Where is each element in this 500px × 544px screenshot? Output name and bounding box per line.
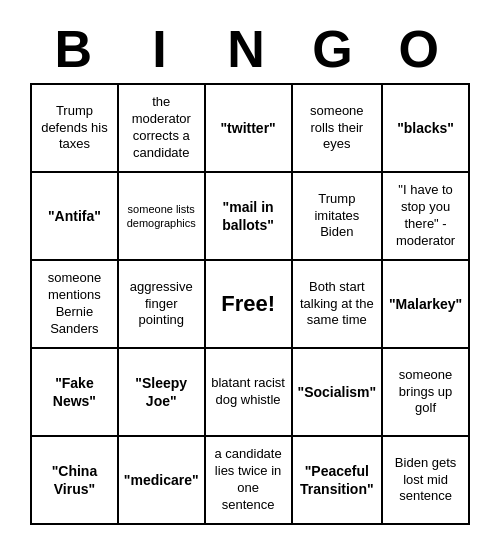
- bingo-cell-11[interactable]: aggressive finger pointing: [119, 261, 206, 349]
- bingo-cell-3[interactable]: someone rolls their eyes: [293, 85, 384, 173]
- bingo-title: B I N G O: [30, 19, 470, 79]
- title-b: B: [37, 19, 117, 79]
- bingo-cell-16[interactable]: "Sleepy Joe": [119, 349, 206, 437]
- bingo-cell-19[interactable]: someone brings up golf: [383, 349, 470, 437]
- bingo-cell-22[interactable]: a candidate lies twice in one sentence: [206, 437, 293, 525]
- bingo-cell-0[interactable]: Trump defends his taxes: [32, 85, 119, 173]
- bingo-cell-5[interactable]: "Antifa": [32, 173, 119, 261]
- bingo-cell-13[interactable]: Both start talking at the same time: [293, 261, 384, 349]
- title-o: O: [383, 19, 463, 79]
- bingo-cell-1[interactable]: the moderator corrects a candidate: [119, 85, 206, 173]
- title-i: I: [124, 19, 204, 79]
- bingo-cell-18[interactable]: "Socialism": [293, 349, 384, 437]
- bingo-cell-10[interactable]: someone mentions Bernie Sanders: [32, 261, 119, 349]
- title-n: N: [210, 19, 290, 79]
- bingo-cell-23[interactable]: "Peaceful Transition": [293, 437, 384, 525]
- bingo-cell-20[interactable]: "China Virus": [32, 437, 119, 525]
- bingo-cell-7[interactable]: "mail in ballots": [206, 173, 293, 261]
- bingo-cell-6[interactable]: someone lists demographics: [119, 173, 206, 261]
- bingo-cell-12[interactable]: Free!: [206, 261, 293, 349]
- bingo-cell-17[interactable]: blatant racist dog whistle: [206, 349, 293, 437]
- bingo-cell-8[interactable]: Trump imitates Biden: [293, 173, 384, 261]
- bingo-cell-24[interactable]: Biden gets lost mid sentence: [383, 437, 470, 525]
- bingo-grid: Trump defends his taxesthe moderator cor…: [30, 83, 470, 525]
- bingo-cell-4[interactable]: "blacks": [383, 85, 470, 173]
- title-g: G: [296, 19, 376, 79]
- bingo-cell-21[interactable]: "medicare": [119, 437, 206, 525]
- bingo-cell-14[interactable]: "Malarkey": [383, 261, 470, 349]
- bingo-cell-2[interactable]: "twitter": [206, 85, 293, 173]
- bingo-cell-9[interactable]: "I have to stop you there" -moderator: [383, 173, 470, 261]
- bingo-card: B I N G O Trump defends his taxesthe mod…: [20, 9, 480, 535]
- bingo-cell-15[interactable]: "Fake News": [32, 349, 119, 437]
